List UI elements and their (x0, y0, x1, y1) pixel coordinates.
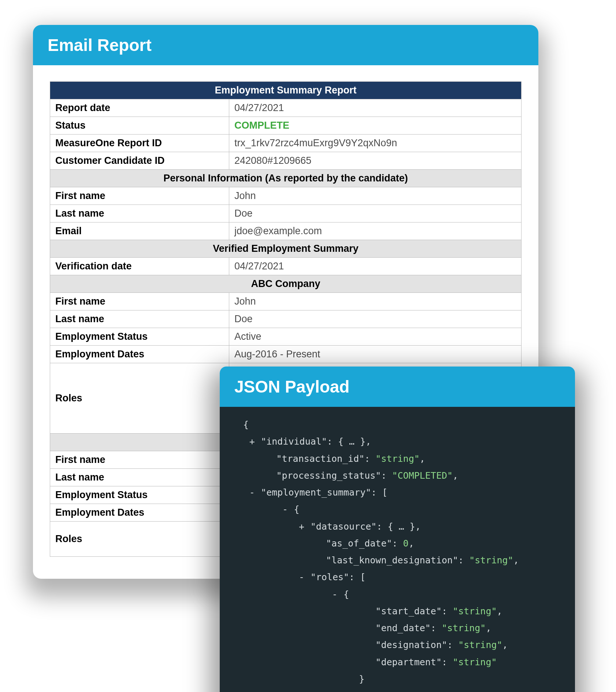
json-token: , (513, 555, 519, 566)
json-token: "processing_status" (276, 470, 381, 481)
json-token: "start_date" (375, 606, 442, 616)
roles-label: Roles (50, 522, 229, 557)
json-line: + "individual": { … }, (232, 433, 563, 450)
json-token: : { … }, (376, 521, 420, 532)
json-token: : (442, 657, 453, 667)
row-label: Last name (50, 205, 229, 222)
row-value: 04/27/2021 (229, 99, 522, 117)
json-toggle-icon[interactable]: - (298, 569, 305, 586)
json-token: "department" (375, 657, 442, 667)
json-token: "string" (453, 606, 497, 616)
json-token: "individual" (261, 436, 327, 447)
personal-header: Personal Information (As reported by the… (50, 170, 522, 187)
row-value: jdoe@example.com (229, 222, 522, 240)
row-label: Last name (50, 310, 229, 328)
json-token: "COMPLETED" (392, 470, 453, 481)
json-toggle-icon[interactable]: - (249, 484, 255, 501)
row-value: Aug-2016 - Present (229, 346, 522, 363)
json-toggle-icon[interactable]: - (282, 501, 288, 518)
json-token: : (364, 453, 375, 464)
json-line: - "roles": [ (232, 569, 563, 586)
row-value: Doe (229, 310, 522, 328)
row-label: Employment Dates (50, 346, 229, 363)
row-label: Employment Status (50, 486, 229, 504)
json-line: - { (232, 501, 563, 518)
company-header: ABC Company (50, 275, 522, 293)
json-line: ] (232, 688, 563, 692)
row-label: Employment Status (50, 328, 229, 346)
json-token: { (294, 504, 300, 515)
row-label: Status (50, 117, 229, 135)
json-token: "datasource" (311, 521, 377, 532)
json-token: "string" (375, 453, 419, 464)
json-payload-title: JSON Payload (220, 367, 575, 407)
row-label: Last name (50, 469, 229, 486)
table-row: Emailjdoe@example.com (50, 222, 522, 240)
json-line: - { (232, 586, 563, 603)
json-token: : (431, 623, 442, 633)
row-value: Active (229, 328, 522, 346)
row-label: Report date (50, 99, 229, 117)
verification-date-value: 04/27/2021 (229, 258, 522, 275)
row-label: MeasureOne Report ID (50, 135, 229, 152)
json-token: : (447, 640, 458, 650)
table-row: Employment StatusActive (50, 328, 522, 346)
json-token: "transaction_id" (276, 453, 364, 464)
json-token: : (442, 606, 453, 616)
row-label: First name (50, 451, 229, 469)
table-row: Report date04/27/2021 (50, 99, 522, 117)
row-value: trx_1rkv72rzc4muExrg9V9Y2qxNo9n (229, 135, 522, 152)
json-line: "as_of_date": 0, (232, 535, 563, 552)
json-token: "employment_summary" (261, 487, 371, 498)
row-value: 242080#1209665 (229, 152, 522, 170)
json-token: { (344, 589, 349, 600)
json-payload-card: JSON Payload { + "individual": { … }, "t… (220, 367, 575, 692)
json-token: : (381, 470, 392, 481)
row-label: Customer Candidate ID (50, 152, 229, 170)
json-line: "start_date": "string", (232, 603, 563, 620)
json-token: , (409, 538, 414, 549)
json-token: "string" (458, 640, 502, 650)
verification-date-label: Verification date (50, 258, 229, 275)
json-line: "department": "string" (232, 654, 563, 671)
json-toggle-icon[interactable]: - (331, 586, 338, 603)
json-line: + "datasource": { … }, (232, 518, 563, 535)
json-token: , (497, 606, 502, 616)
table-row: First nameJohn (50, 187, 522, 205)
json-token: "designation" (375, 640, 447, 650)
json-payload-body: { + "individual": { … }, "transaction_id… (220, 407, 575, 692)
json-toggle-icon[interactable]: + (249, 433, 255, 450)
row-value: John (229, 293, 522, 310)
json-line: "designation": "string", (232, 637, 563, 654)
json-line: } (232, 671, 563, 688)
row-label: Email (50, 222, 229, 240)
row-value: COMPLETE (229, 117, 522, 135)
verified-header: Verified Employment Summary (50, 240, 522, 258)
table-row: Last nameDoe (50, 310, 522, 328)
json-token: , (453, 470, 458, 481)
json-token: ] (342, 691, 348, 692)
json-token: : (458, 555, 469, 566)
table-row: Customer Candidate ID242080#1209665 (50, 152, 522, 170)
json-token: } (359, 674, 364, 684)
json-token: , (502, 640, 508, 650)
json-token: 0 (403, 538, 409, 549)
json-token: { (243, 419, 249, 430)
json-token: , (420, 453, 425, 464)
json-token: "as_of_date" (326, 538, 392, 549)
json-token: "string" (469, 555, 513, 566)
table-row: Last nameDoe (50, 205, 522, 222)
table-row: MeasureOne Report IDtrx_1rkv72rzc4muExrg… (50, 135, 522, 152)
row-value: Doe (229, 205, 522, 222)
json-toggle-icon[interactable]: + (298, 518, 305, 535)
json-token: "last_known_designation" (326, 555, 458, 566)
json-line: "processing_status": "COMPLETED", (232, 467, 563, 484)
json-line: { (232, 416, 563, 433)
json-line: "end_date": "string", (232, 620, 563, 637)
json-token: : [ (371, 487, 387, 498)
table-row: StatusCOMPLETE (50, 117, 522, 135)
row-label: First name (50, 187, 229, 205)
summary-header: Employment Summary Report (50, 82, 522, 99)
table-row: First nameJohn (50, 293, 522, 310)
row-label: Employment Dates (50, 504, 229, 522)
